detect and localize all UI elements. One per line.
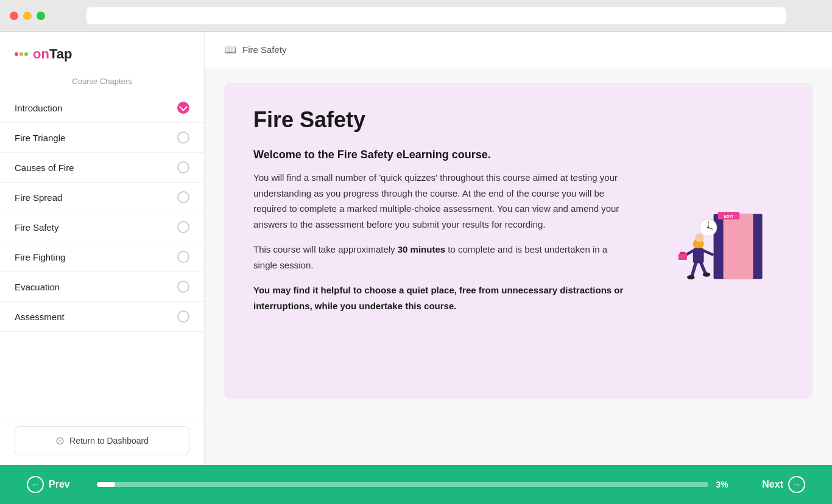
svg-point-14 <box>703 273 710 277</box>
book-icon: 📖 <box>224 44 236 55</box>
progress-label: 3% <box>716 480 735 489</box>
svg-rect-1 <box>724 214 753 279</box>
return-btn-wrapper: ⊙ Return to Dashboard <box>0 416 204 465</box>
chapter-label: Evacuation <box>15 282 60 292</box>
chapter-label: Fire Spread <box>15 192 62 203</box>
svg-rect-18 <box>680 252 685 254</box>
content-card: Fire Safety Welcome to the Fire Safety e… <box>224 83 813 399</box>
progress-bar-fill <box>97 482 115 487</box>
chapter-item-fire-triangle[interactable]: Fire Triangle <box>0 123 204 153</box>
next-circle-icon: → <box>788 476 805 493</box>
chapter-radio-assessment <box>177 310 189 323</box>
bottom-bar: ← Prev 3% Next → <box>0 465 832 504</box>
prev-label: Prev <box>49 479 70 490</box>
logo-text: onTap <box>33 46 72 62</box>
chapter-radio-fire-spread <box>177 191 189 203</box>
progress-bar-background <box>97 482 709 487</box>
app-body: onTap Course Chapters Introduction Fire … <box>0 32 832 465</box>
minimize-button[interactable] <box>23 12 32 20</box>
chapter-label: Fire Safety <box>15 222 59 233</box>
return-icon: ⊙ <box>55 434 65 447</box>
svg-text:EXIT: EXIT <box>724 214 734 219</box>
logo-dots <box>15 52 28 56</box>
chapter-item-fire-fighting[interactable]: Fire Fighting <box>0 242 204 272</box>
main-header-title: Fire Safety <box>242 44 287 55</box>
chapter-item-causes-of-fire[interactable]: Causes of Fire <box>0 153 204 183</box>
svg-rect-10 <box>693 248 704 264</box>
next-label: Next <box>762 479 783 490</box>
svg-line-16 <box>704 251 713 254</box>
chapter-list: Introduction Fire Triangle Causes of Fir… <box>0 93 204 416</box>
close-button[interactable] <box>10 12 18 20</box>
logo: onTap <box>0 32 204 72</box>
illustration-svg: EXIT <box>652 192 780 290</box>
chapter-item-introduction[interactable]: Introduction <box>0 93 204 123</box>
chapter-radio-evacuation <box>177 281 189 293</box>
main-content: 📖 Fire Safety Fire Safety Welcome to the… <box>205 32 832 465</box>
chapter-radio-fire-triangle <box>177 131 189 144</box>
chapter-item-assessment[interactable]: Assessment <box>0 302 204 332</box>
content-title: Fire Safety <box>253 107 630 133</box>
prev-button[interactable]: ← Prev <box>19 471 77 498</box>
dot-red <box>15 52 18 56</box>
content-text: Fire Safety Welcome to the Fire Safety e… <box>253 107 630 375</box>
chapter-radio-causes-of-fire <box>177 161 189 173</box>
titlebar <box>0 0 832 32</box>
content-body-1: You will find a small number of 'quick q… <box>253 170 630 232</box>
chapter-label: Causes of Fire <box>15 163 74 173</box>
chapter-radio-introduction <box>177 102 189 114</box>
prev-arrow-icon: ← <box>31 480 40 489</box>
return-to-dashboard-button[interactable]: ⊙ Return to Dashboard <box>15 426 189 455</box>
chapter-radio-fire-safety <box>177 221 189 233</box>
chapter-label: Assessment <box>15 312 65 322</box>
prev-circle-icon: ← <box>27 476 44 493</box>
svg-line-11 <box>692 263 696 276</box>
dot-green <box>24 52 28 56</box>
body2-prefix: This course will take approximately <box>253 244 398 254</box>
svg-point-9 <box>695 234 703 242</box>
sidebar: onTap Course Chapters Introduction Fire … <box>0 32 205 465</box>
content-illustration: EXIT <box>649 107 783 375</box>
sidebar-heading: Course Chapters <box>0 72 204 93</box>
chapter-item-fire-spread[interactable]: Fire Spread <box>0 183 204 212</box>
chapter-label: Introduction <box>15 103 62 113</box>
content-subtitle: Welcome to the Fire Safety eLearning cou… <box>253 147 630 163</box>
chapter-item-evacuation[interactable]: Evacuation <box>0 272 204 302</box>
svg-point-13 <box>687 275 694 279</box>
main-header: 📖 Fire Safety <box>205 32 832 68</box>
return-label: Return to Dashboard <box>69 436 149 446</box>
address-bar[interactable] <box>86 7 786 24</box>
chapter-radio-fire-fighting <box>177 251 189 263</box>
content-body-2: This course will take approximately 30 m… <box>253 242 630 273</box>
svg-line-12 <box>701 263 705 273</box>
next-button[interactable]: Next → <box>755 471 813 498</box>
chapter-item-fire-safety[interactable]: Fire Safety <box>0 212 204 242</box>
next-arrow-icon: → <box>792 480 801 489</box>
content-area: Fire Safety Welcome to the Fire Safety e… <box>205 68 832 465</box>
content-highlight: You may find it helpful to choose a quie… <box>253 282 630 313</box>
chapter-label: Fire Fighting <box>15 252 65 262</box>
progress-section: 3% <box>77 480 755 489</box>
chapter-label: Fire Triangle <box>15 133 65 143</box>
dot-orange <box>19 52 23 56</box>
body2-bold: 30 minutes <box>398 244 445 254</box>
svg-rect-17 <box>679 253 687 260</box>
maximize-button[interactable] <box>37 12 45 20</box>
